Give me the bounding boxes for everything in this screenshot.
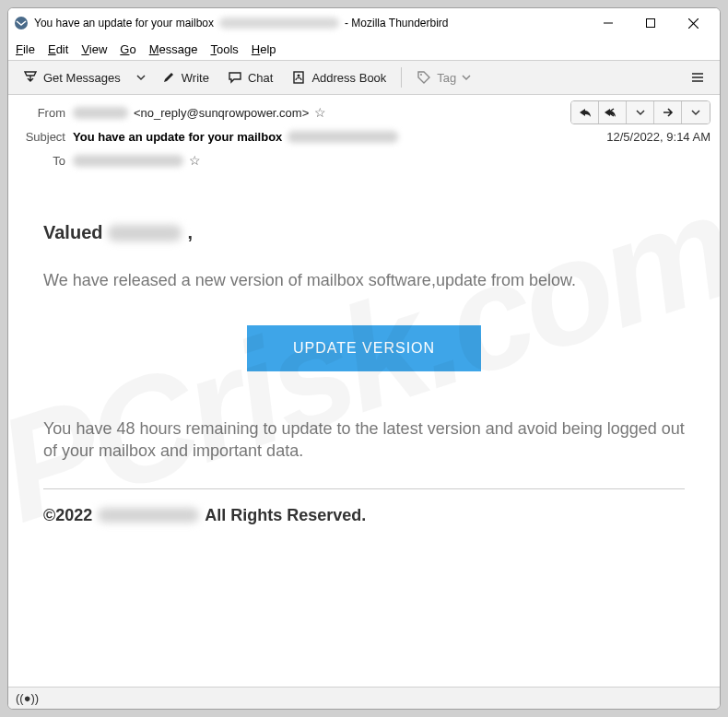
address-book-icon [291, 70, 306, 85]
close-button[interactable] [672, 8, 714, 38]
reply-dropdown[interactable] [627, 101, 654, 123]
menu-go[interactable]: Go [120, 42, 135, 56]
chat-icon [228, 70, 242, 85]
message-body-area: Valued , We have released a new version … [8, 176, 720, 687]
message-datetime: 12/5/2022, 9:14 AM [606, 130, 710, 144]
tag-icon [417, 70, 431, 85]
redacted-domain [98, 508, 199, 523]
email-content: Valued , We have released a new version … [18, 185, 710, 544]
paragraph-1: We have released a new version of mailbo… [43, 269, 685, 292]
salutation-prefix: Valued [43, 222, 102, 243]
forward-button[interactable] [654, 101, 682, 123]
forward-dropdown[interactable] [682, 101, 710, 123]
pencil-icon [161, 70, 176, 85]
svg-point-7 [420, 74, 422, 76]
app-window: You have an update for your mailbox - Mo… [7, 7, 721, 710]
app-menu-button[interactable] [683, 66, 712, 88]
from-address[interactable]: <no_reply@sunqrowpower.com> [134, 106, 309, 120]
get-messages-label: Get Messages [43, 71, 121, 85]
reply-all-button[interactable] [599, 101, 627, 123]
app-icon [14, 16, 29, 30]
menu-bar: File Edit View Go Message Tools Help [8, 38, 720, 60]
get-messages-button[interactable]: Get Messages [16, 66, 128, 88]
svg-point-6 [298, 75, 300, 77]
status-bar: ((●)) [8, 687, 720, 709]
redacted-title-part [219, 18, 339, 29]
online-status-icon[interactable]: ((●)) [16, 691, 39, 705]
redacted-subject-part [288, 131, 398, 143]
minimize-button[interactable] [587, 8, 629, 38]
footer-suffix: All Rights Reserved. [205, 506, 366, 525]
chat-label: Chat [248, 71, 273, 85]
subject-label: Subject [18, 130, 65, 144]
reply-group [570, 100, 710, 124]
write-label: Write [182, 71, 209, 85]
toolbar: Get Messages Write Chat Address Book Tag [8, 60, 720, 95]
update-version-button[interactable]: UPDATE VERSION [247, 325, 481, 371]
write-button[interactable]: Write [154, 66, 217, 88]
star-icon[interactable]: ☆ [189, 153, 201, 168]
redacted-recipient-name [108, 225, 182, 241]
svg-point-0 [15, 17, 28, 29]
tag-button[interactable]: Tag [409, 66, 478, 88]
get-messages-dropdown[interactable] [132, 73, 150, 82]
download-icon [23, 70, 38, 85]
tag-label: Tag [437, 71, 456, 85]
address-book-label: Address Book [311, 71, 386, 85]
subject-value: You have an update for your mailbox [73, 130, 282, 144]
from-label: From [18, 106, 65, 120]
menu-file[interactable]: File [16, 42, 35, 56]
menu-edit[interactable]: Edit [48, 42, 68, 56]
title-bar: You have an update for your mailbox - Mo… [8, 8, 720, 38]
menu-message[interactable]: Message [149, 42, 198, 56]
redacted-from-name [73, 107, 128, 119]
divider [43, 488, 685, 489]
chat-button[interactable]: Chat [220, 66, 280, 88]
chevron-down-icon [462, 73, 471, 82]
salutation: Valued , [43, 222, 685, 243]
hamburger-icon [690, 70, 705, 85]
footer-prefix: ©2022 [43, 506, 92, 525]
footer-line: ©2022 All Rights Reserved. [43, 506, 685, 525]
address-book-button[interactable]: Address Book [284, 66, 393, 88]
redacted-to-address [73, 155, 183, 167]
to-label: To [18, 154, 65, 168]
star-icon[interactable]: ☆ [314, 105, 326, 120]
message-headers: From <no_reply@sunqrowpower.com> ☆ Subje… [8, 95, 720, 176]
window-title-prefix: You have an update for your mailbox [34, 17, 214, 29]
toolbar-separator [401, 67, 402, 88]
menu-view[interactable]: View [81, 42, 107, 56]
window-title-suffix: - Mozilla Thunderbird [345, 17, 449, 29]
menu-help[interactable]: Help [252, 42, 276, 56]
paragraph-2: You have 48 hours remaining to update to… [43, 417, 685, 463]
maximize-button[interactable] [629, 8, 672, 38]
reply-button[interactable] [571, 101, 599, 123]
salutation-suffix: , [187, 222, 193, 243]
svg-rect-2 [647, 19, 655, 28]
menu-tools[interactable]: Tools [210, 42, 238, 56]
